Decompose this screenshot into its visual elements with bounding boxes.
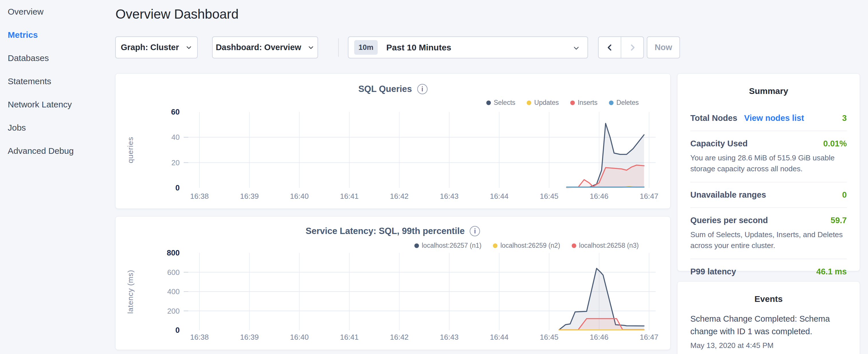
- time-window-label: Past 10 Minutes: [386, 43, 451, 53]
- summary-value: 46.1 ms: [816, 267, 847, 277]
- svg-text:16:38: 16:38: [190, 333, 209, 342]
- graph-scope-label: Graph: Cluster: [121, 43, 179, 52]
- legend-dot-icon: [609, 100, 614, 105]
- svg-text:16:43: 16:43: [440, 333, 459, 342]
- svg-text:16:40: 16:40: [290, 192, 309, 200]
- summary-description: You are using 28.6 MiB of 515.9 GiB usab…: [690, 152, 847, 174]
- chevron-down-icon: [308, 44, 314, 51]
- controls-divider: [338, 38, 339, 57]
- summary-title: Summary: [677, 74, 860, 106]
- sidebar-item-statements[interactable]: Statements: [0, 70, 115, 93]
- summary-label: Unavailable ranges: [690, 190, 766, 200]
- events-panel: Events Schema Change Completed: Schema c…: [677, 281, 860, 354]
- summary-label: Queries per second: [690, 216, 768, 225]
- svg-text:60: 60: [171, 108, 180, 116]
- summary-row-unavailable-ranges: Unavailable ranges 0: [690, 183, 847, 208]
- legend-dot-icon: [570, 100, 575, 105]
- summary-value: 3: [842, 114, 847, 123]
- info-icon[interactable]: i: [417, 84, 428, 94]
- svg-text:800: 800: [167, 249, 180, 257]
- summary-panel: Summary Total Nodes View nodes list 3 Ca…: [677, 73, 860, 271]
- svg-text:16:43: 16:43: [440, 192, 459, 200]
- info-icon[interactable]: i: [470, 226, 480, 236]
- summary-value: 0: [842, 190, 847, 200]
- sidebar-item-network-latency[interactable]: Network Latency: [0, 93, 115, 116]
- chart-title: SQL Queries: [358, 84, 412, 94]
- sidebar-item-jobs[interactable]: Jobs: [0, 116, 115, 139]
- svg-text:200: 200: [167, 307, 180, 315]
- chevron-left-icon: [605, 43, 614, 52]
- svg-text:16:38: 16:38: [190, 192, 209, 200]
- svg-text:600: 600: [167, 268, 180, 277]
- summary-label: P99 latency: [690, 267, 736, 277]
- sidebar: Overview Metrics Databases Statements Ne…: [0, 0, 115, 162]
- legend-dot-icon: [414, 244, 419, 248]
- time-window-badge: 10m: [354, 40, 378, 55]
- sidebar-item-metrics[interactable]: Metrics: [0, 23, 115, 46]
- summary-label: Total Nodes: [690, 114, 737, 123]
- svg-text:0: 0: [175, 326, 180, 334]
- time-backward-button[interactable]: [599, 37, 621, 58]
- svg-text:16:39: 16:39: [240, 333, 259, 342]
- sidebar-item-advanced-debug[interactable]: Advanced Debug: [0, 139, 115, 162]
- sql-queries-chart-card: SQL Queriesi SelectsUpdatesInsertsDelete…: [115, 73, 671, 209]
- svg-text:400: 400: [167, 287, 180, 296]
- controls-bar: Graph: Cluster Dashboard: Overview 10m P…: [115, 36, 680, 58]
- legend-dot-icon: [527, 100, 531, 105]
- svg-text:16:41: 16:41: [340, 333, 359, 342]
- legend-dot-icon: [486, 100, 491, 105]
- view-nodes-list-link[interactable]: View nodes list: [744, 114, 804, 123]
- legend-dot-icon: [572, 244, 576, 248]
- summary-row-p99-latency: P99 latency 46.1 ms: [690, 259, 847, 284]
- event-item: Schema Change Completed: Schema change w…: [690, 313, 847, 350]
- chevron-down-icon: [572, 44, 580, 52]
- summary-row-capacity-used: Capacity Used 0.01% You are using 28.6 M…: [690, 131, 847, 183]
- sql-queries-plot: 020406016:3816:3916:4016:4116:4216:4316:…: [116, 105, 671, 204]
- svg-text:16:45: 16:45: [540, 192, 559, 200]
- summary-value: 0.01%: [823, 139, 847, 148]
- page-title: Overview Dashboard: [116, 6, 239, 22]
- time-forward-button[interactable]: [621, 37, 643, 58]
- dashboard-dropdown[interactable]: Dashboard: Overview: [212, 36, 318, 58]
- svg-text:40: 40: [172, 133, 180, 141]
- svg-text:16:46: 16:46: [590, 192, 608, 200]
- events-title: Events: [677, 282, 860, 311]
- sidebar-item-databases[interactable]: Databases: [0, 46, 115, 70]
- event-timestamp: May 13, 2020 at 4:45 PM: [690, 341, 847, 350]
- chevron-down-icon: [185, 44, 192, 51]
- svg-text:16:42: 16:42: [390, 333, 409, 342]
- service-latency-plot: 020040060080016:3816:3916:4016:4116:4216…: [116, 248, 671, 344]
- svg-text:20: 20: [172, 158, 180, 167]
- svg-text:16:44: 16:44: [490, 333, 508, 342]
- time-step-buttons: [598, 36, 644, 58]
- service-latency-chart-card: Service Latency: SQL, 99th percentilei l…: [115, 216, 671, 350]
- chart-title: Service Latency: SQL, 99th percentile: [306, 226, 465, 236]
- event-message: Schema Change Completed: Schema change w…: [690, 313, 847, 338]
- dashboard-label: Dashboard: Overview: [216, 43, 301, 52]
- summary-description: Sum of Selects, Updates, Inserts, and De…: [690, 229, 847, 251]
- graph-scope-dropdown[interactable]: Graph: Cluster: [115, 36, 198, 58]
- chevron-right-icon: [628, 43, 637, 52]
- summary-row-queries-per-second: Queries per second 59.7 Sum of Selects, …: [690, 208, 847, 259]
- svg-text:16:39: 16:39: [240, 192, 259, 200]
- svg-text:16:41: 16:41: [340, 192, 359, 200]
- summary-label: Capacity Used: [690, 139, 748, 148]
- time-window-dropdown[interactable]: 10m Past 10 Minutes: [348, 36, 588, 58]
- summary-value: 59.7: [831, 216, 847, 225]
- svg-text:0: 0: [175, 184, 180, 192]
- svg-text:16:44: 16:44: [490, 192, 508, 200]
- svg-text:16:46: 16:46: [590, 333, 608, 342]
- svg-text:16:47: 16:47: [640, 192, 658, 200]
- now-button[interactable]: Now: [647, 36, 680, 58]
- metrics-page: { "sidebar": { "items": [ {"label": "Ove…: [0, 0, 868, 354]
- summary-row-total-nodes: Total Nodes View nodes list 3: [690, 106, 847, 131]
- legend-dot-icon: [493, 244, 497, 248]
- svg-text:16:45: 16:45: [540, 333, 559, 342]
- sidebar-item-overview[interactable]: Overview: [0, 0, 115, 23]
- svg-text:16:42: 16:42: [390, 192, 409, 200]
- svg-text:16:40: 16:40: [290, 333, 309, 342]
- svg-text:16:47: 16:47: [640, 333, 658, 342]
